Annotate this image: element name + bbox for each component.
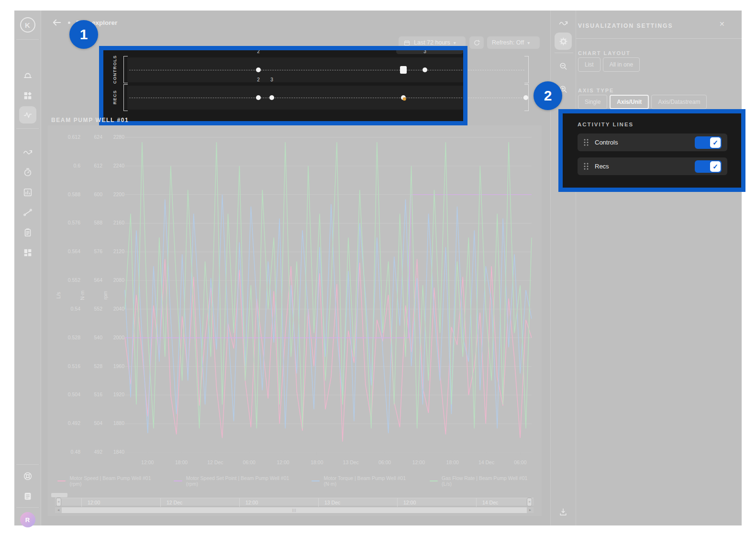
close-icon[interactable]: ✕ bbox=[719, 20, 725, 28]
apps-grid-icon[interactable] bbox=[19, 87, 36, 104]
navigator-left-handle[interactable]: ≡ bbox=[56, 498, 61, 506]
recs-toggle[interactable]: ✓ bbox=[695, 160, 722, 173]
y-axis-tick: 2280 bbox=[97, 134, 124, 140]
drag-handle-icon[interactable] bbox=[583, 138, 589, 146]
y-axis-tick: 1840 bbox=[97, 449, 124, 455]
sidebar-divider bbox=[16, 128, 39, 129]
sidebar-divider bbox=[16, 39, 39, 40]
tiles-icon[interactable] bbox=[19, 244, 36, 261]
controls-toggle[interactable]: ✓ bbox=[695, 136, 722, 149]
y-axis-tick: 2120 bbox=[97, 248, 124, 254]
legend-swatch bbox=[430, 480, 438, 481]
track-name-label: RECS bbox=[112, 80, 117, 114]
chart-layout-options: ListAll in one bbox=[578, 57, 642, 72]
event-marker-dot[interactable] bbox=[256, 67, 261, 72]
refresh-mode-label: Refresh: Off bbox=[492, 39, 524, 46]
navigator-right-handle[interactable]: ≡ bbox=[527, 498, 532, 506]
annotation-badge-1: 1 bbox=[69, 20, 98, 49]
refresh-button[interactable] bbox=[469, 36, 484, 49]
event-marker-dot[interactable] bbox=[256, 95, 261, 100]
bar-chart-icon[interactable] bbox=[19, 184, 36, 201]
time-range-label: Last 72 hours bbox=[414, 39, 450, 46]
axis-type-option-axis-unit[interactable]: Axis/Unit bbox=[610, 95, 649, 109]
activity-lines-label: ACTIVITY LINES bbox=[578, 122, 634, 127]
sidebar-divider bbox=[16, 507, 39, 508]
navigator-mini-button[interactable] bbox=[51, 493, 67, 497]
event-marker-square[interactable] bbox=[400, 66, 407, 74]
kelvin-logo[interactable]: K bbox=[19, 16, 36, 34]
chart-title: BEAM PUMP WELL #01 bbox=[51, 117, 129, 123]
legend-item[interactable]: Gas Flow Rate | Beam Pump Well #01 (L/s) bbox=[430, 475, 536, 487]
x-axis-tick: 18:00 bbox=[303, 459, 330, 465]
navigator-separator bbox=[81, 498, 82, 507]
scroll-left-arrow[interactable]: ◂ bbox=[55, 507, 62, 513]
axis-type-label: AXIS TYPE bbox=[578, 86, 614, 94]
navigator-tick-label: 12 Dec bbox=[167, 500, 182, 505]
event-marker-dot[interactable] bbox=[523, 95, 528, 100]
calendar-icon bbox=[403, 39, 411, 46]
chart-layout-option-all-in-one[interactable]: All in one bbox=[603, 57, 640, 72]
download-icon[interactable] bbox=[555, 503, 572, 521]
sidebar-divider bbox=[16, 464, 39, 465]
axis-type-options: SingleAxis/UnitAxis/Datastream bbox=[578, 95, 709, 109]
x-axis-tick: 18:00 bbox=[168, 459, 195, 465]
y-axis-unit-label: N·m bbox=[79, 286, 85, 305]
x-axis-tick: 06:00 bbox=[371, 459, 398, 465]
event-count-label: 3 bbox=[423, 49, 426, 54]
notes-icon[interactable] bbox=[19, 488, 36, 505]
lifesaver-icon[interactable] bbox=[19, 468, 36, 485]
axis-type-option-single[interactable]: Single bbox=[578, 95, 607, 109]
y-axis-tick: 2000 bbox=[97, 335, 124, 340]
x-axis-tick: 06:00 bbox=[507, 459, 534, 465]
navigator-separator bbox=[318, 498, 319, 507]
screenshot-root: K bbox=[0, 0, 756, 536]
chart-svg bbox=[124, 134, 532, 458]
pulse-icon-selected[interactable] bbox=[19, 106, 36, 123]
x-axis-tick: 14 Dec bbox=[473, 459, 500, 465]
axis-type-option-axis-datastream[interactable]: Axis/Datastream bbox=[651, 95, 707, 109]
panel-divider bbox=[576, 38, 742, 39]
gear-icon-selected[interactable] bbox=[555, 33, 572, 50]
trend-lines-icon[interactable] bbox=[19, 144, 36, 161]
avatar: R bbox=[20, 512, 35, 527]
event-count-label: 2 bbox=[257, 49, 260, 54]
zoom-out-icon[interactable] bbox=[555, 57, 572, 75]
highlight-box-activity-lines: CONTROLS23RECS23 bbox=[99, 46, 467, 125]
scroll-right-arrow[interactable]: ▸ bbox=[527, 507, 534, 513]
trend-lines-icon[interactable] bbox=[555, 14, 572, 32]
legend-item[interactable]: Motor Speed Set Point | Beam Pump Well #… bbox=[174, 475, 299, 487]
navigator-separator bbox=[476, 498, 477, 507]
caret-down-icon: ▾ bbox=[454, 40, 456, 45]
navigator-tick-label: 13 Dec bbox=[324, 500, 340, 505]
y-axis-tick: 2080 bbox=[97, 277, 124, 283]
scrollbar-thumb[interactable]: ||| bbox=[62, 507, 527, 513]
panel-divider bbox=[576, 11, 576, 525]
event-count-label: 2 bbox=[257, 77, 260, 82]
user-avatar[interactable]: R bbox=[19, 511, 36, 528]
back-arrow-icon[interactable] bbox=[52, 17, 62, 28]
left-sidebar: K bbox=[14, 11, 41, 525]
timer-icon[interactable] bbox=[19, 164, 36, 181]
chart-legend: Motor Speed | Beam Pump Well #01 (rpm)Mo… bbox=[57, 475, 536, 487]
time-navigator[interactable]: 12:0012 Dec12:0013 Dec12:0014 Dec bbox=[55, 498, 534, 506]
annotation-badge-2: 2 bbox=[534, 81, 562, 110]
horizontal-scrollbar[interactable]: ◂ ||| ▸ bbox=[55, 507, 534, 513]
drag-handle-icon[interactable] bbox=[583, 162, 589, 170]
event-marker-dot[interactable] bbox=[269, 95, 274, 100]
hard-hat-icon[interactable] bbox=[19, 67, 36, 84]
y-axis-tick: 1880 bbox=[97, 420, 124, 426]
panel-title: VISUALIZATION SETTINGS bbox=[578, 22, 673, 29]
legend-label: Motor Torque | Beam Pump Well #01 (N·m) bbox=[323, 475, 417, 487]
event-marker-dot[interactable] bbox=[422, 67, 427, 72]
activity-strip[interactable]: CONTROLS23RECS23 bbox=[110, 48, 467, 124]
activity-line-name: Recs bbox=[595, 163, 609, 170]
x-axis-tick: 12:00 bbox=[405, 459, 432, 465]
navigator-tick-label: 14 Dec bbox=[482, 500, 498, 505]
chart-layout-option-list[interactable]: List bbox=[578, 57, 600, 72]
legend-item[interactable]: Motor Torque | Beam Pump Well #01 (N·m) bbox=[311, 475, 417, 487]
refresh-mode-button[interactable]: Refresh: Off ▾ bbox=[487, 36, 540, 49]
y-axis-unit-label: rpm bbox=[102, 286, 108, 305]
clipboard-icon[interactable] bbox=[19, 224, 36, 241]
legend-item[interactable]: Motor Speed | Beam Pump Well #01 (rpm) bbox=[57, 475, 161, 487]
route-icon[interactable] bbox=[19, 204, 36, 221]
